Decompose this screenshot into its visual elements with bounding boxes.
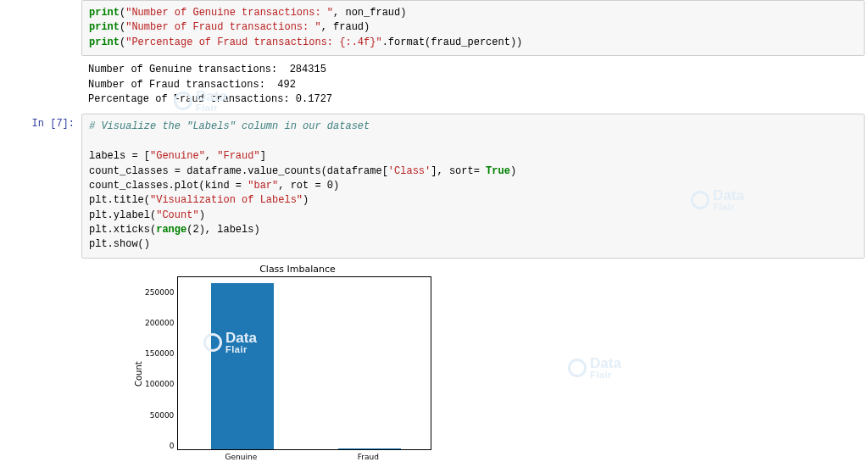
xtick-genuine: Genuine	[177, 453, 304, 461]
code-input-1[interactable]: print("Number of Genuine transactions: "…	[81, 0, 865, 56]
code-cell-2: In [7]: # Visualize the "Labels" column …	[3, 114, 865, 259]
ytick: 100000	[145, 380, 174, 388]
output-cell-2: Class Imbalance Count 250000 200000 1500…	[3, 260, 865, 462]
chart-title: Class Imbalance	[132, 264, 463, 275]
plot-axes	[177, 276, 431, 450]
bar-chart: Class Imbalance Count 250000 200000 1500…	[132, 264, 463, 462]
matplotlib-figure: Class Imbalance Count 250000 200000 1500…	[81, 260, 865, 462]
chart-xticks: Genuine Fraud	[177, 453, 431, 461]
cell-prompt-empty	[3, 0, 81, 56]
ytick: 150000	[145, 349, 174, 358]
chart-ylabel: Count	[132, 276, 145, 462]
ytick: 50000	[150, 411, 175, 420]
ytick: 200000	[145, 319, 174, 327]
stdout-output: Number of Genuine transactions: 284315 N…	[81, 58, 865, 112]
bar-fraud	[338, 448, 401, 449]
ytick: 250000	[145, 288, 174, 297]
builtin-print: print	[89, 7, 120, 19]
chart-yticks: 250000 200000 150000 100000 50000 0	[145, 276, 177, 450]
bar-genuine	[211, 283, 274, 449]
code-input-2[interactable]: # Visualize the "Labels" column in our d…	[81, 114, 865, 259]
ytick: 0	[170, 442, 175, 450]
jupyter-notebook: print("Number of Genuine transactions: "…	[0, 0, 868, 462]
output-cell-1: Number of Genuine transactions: 284315 N…	[3, 58, 865, 112]
code-comment: # Visualize the "Labels" column in our d…	[89, 120, 370, 132]
cell-prompt-in7: In [7]:	[3, 114, 81, 259]
code-cell-1: print("Number of Genuine transactions: "…	[3, 0, 865, 56]
xtick-fraud: Fraud	[304, 453, 431, 461]
